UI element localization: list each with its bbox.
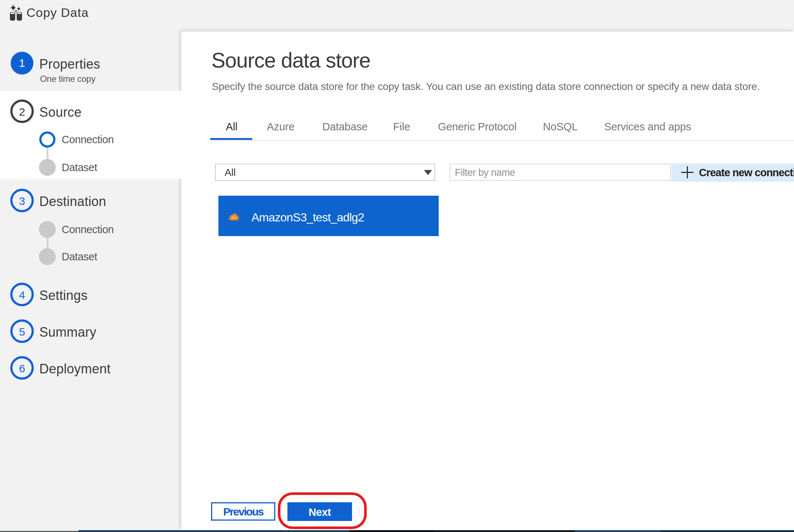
svg-text:S3: S3 bbox=[232, 216, 236, 220]
